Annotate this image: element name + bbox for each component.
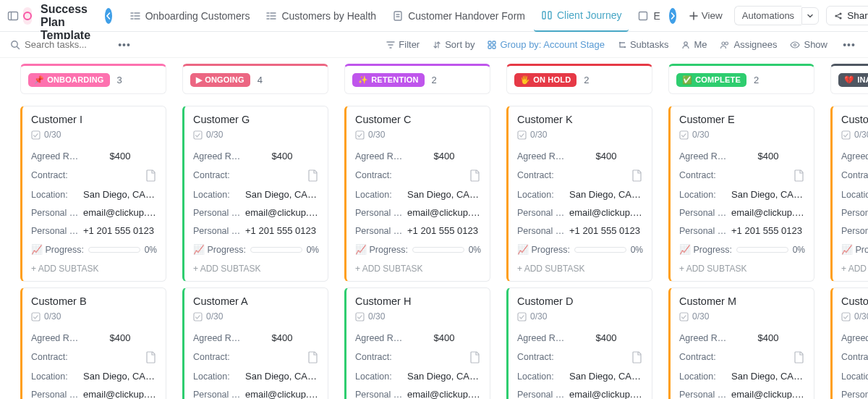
file-icon	[307, 169, 319, 182]
field-location: Location:San Diego, CA, U...	[841, 185, 868, 203]
list-color-icon[interactable]	[23, 7, 32, 25]
svg-point-15	[619, 41, 621, 43]
svg-point-19	[726, 42, 728, 45]
tab-icon	[129, 10, 141, 22]
column-header[interactable]: ✅COMPLETE2	[668, 64, 814, 94]
stage-name: COMPLETE	[695, 75, 741, 84]
tab-label: Onboarding Customers	[145, 10, 250, 22]
subtasks-button[interactable]: Subtasks	[618, 39, 668, 50]
filter-button[interactable]: Filter	[386, 39, 420, 50]
search-more-icon[interactable]: •••	[116, 36, 133, 54]
search-input[interactable]	[25, 39, 104, 50]
card-title: Custome	[841, 114, 868, 125]
customer-card[interactable]: Customer I0/30Agreed Rat...$400Contract:…	[20, 106, 166, 282]
field-location: Location:San Diego, CA, U...	[31, 185, 157, 203]
stage-pill: 📌ONBOARDING	[28, 73, 110, 87]
nav-next-button[interactable]	[669, 8, 676, 24]
assignees-button[interactable]: Assignees	[720, 39, 777, 50]
group-label: Group by: Account Stage	[500, 39, 605, 50]
card-title: Customer M	[679, 295, 805, 307]
column-header[interactable]: 📌ONBOARDING3	[20, 64, 166, 94]
tab-e[interactable]: E	[630, 0, 667, 32]
column-header[interactable]: ✨RETENTION2	[344, 64, 490, 94]
group-by-button[interactable]: Group by: Account Stage	[488, 39, 605, 50]
card-title: Customer D	[517, 295, 643, 307]
svg-point-16	[624, 46, 626, 47]
field-progress: 📈 Progress:0%	[517, 240, 643, 259]
field-personal-email: Personal E...email@clickup.com	[31, 385, 157, 399]
tab-label: Customers by Health	[281, 10, 376, 22]
add-subtask-button[interactable]: + ADD SUBTASK	[679, 259, 805, 274]
show-button[interactable]: Show	[790, 39, 827, 50]
me-button[interactable]: Me	[681, 39, 707, 50]
stage-name: RETENTION	[371, 75, 418, 84]
column-cards: Customer I0/30Agreed Rat...$400Contract:…	[20, 106, 166, 399]
stage-pill: 💔INACTI	[838, 73, 868, 87]
stage-emoji-icon: 💔	[844, 75, 854, 85]
field-personal-email: Personal E...email@clickup.com	[193, 385, 319, 399]
customer-card[interactable]: Customer K0/30Agreed Rat...$400Contract:…	[506, 106, 652, 282]
file-icon	[469, 350, 481, 364]
sort-button[interactable]: Sort by	[433, 39, 475, 50]
customer-card[interactable]: Customer M0/30Agreed Rat...$400Contract:…	[668, 287, 814, 399]
customer-card[interactable]: Customer H0/30Agreed Rat...$400Contract:…	[344, 287, 490, 399]
customer-card[interactable]: Customer C0/30Agreed Rat...$400Contract:…	[344, 106, 490, 282]
card-subtask-progress: 0/30	[193, 130, 319, 140]
card-subtask-progress: 0/30	[31, 130, 157, 140]
column-header[interactable]: ▶ONGOING4	[182, 64, 328, 94]
field-location: Location:San Diego, CA, U...	[193, 185, 319, 203]
svg-rect-28	[518, 313, 526, 321]
more-options-icon[interactable]: •••	[841, 36, 858, 54]
automations-button[interactable]: Automations	[734, 6, 801, 25]
customer-card[interactable]: Customer E0/30Agreed Rat...$400Contract:…	[668, 106, 814, 282]
tab-customers-by-health[interactable]: Customers by Health	[258, 0, 383, 32]
customer-card[interactable]: Customer A0/30Agreed Rat...$400Contract:…	[182, 287, 328, 399]
nav-prev-button[interactable]	[105, 8, 112, 24]
tab-onboarding-customers[interactable]: Onboarding Customers	[122, 0, 258, 32]
card-title: Customer C	[355, 114, 481, 125]
add-view-button[interactable]: View	[685, 7, 727, 24]
svg-rect-13	[488, 46, 491, 49]
svg-rect-0	[9, 12, 18, 20]
share-button[interactable]: Share	[826, 6, 868, 25]
svg-rect-29	[680, 131, 688, 139]
field-agreed-rate: Agreed Rat...$400	[355, 329, 481, 347]
checkbox-icon	[841, 130, 851, 140]
tab-icon	[637, 10, 649, 22]
stage-emoji-icon: ✨	[358, 75, 368, 85]
tab-customer-handover-form[interactable]: Customer Handover Form	[385, 0, 532, 32]
add-subtask-button[interactable]: + ADD SUBTASK	[355, 259, 481, 274]
card-title: Custome	[841, 295, 868, 307]
field-personal-email: Personal E...email@clickup.com	[841, 385, 868, 399]
customer-card[interactable]: Customer B0/30Agreed Rat...$400Contract:…	[20, 287, 166, 399]
column-cards: Customer E0/30Agreed Rat...$400Contract:…	[668, 106, 814, 399]
customer-card[interactable]: Customer D0/30Agreed Rat...$400Contract:…	[506, 287, 652, 399]
collapse-sidebar-icon[interactable]	[7, 7, 19, 25]
customer-card[interactable]: Custome0/30Agreed Rat...$400Contract:Loc…	[830, 106, 868, 282]
add-subtask-button[interactable]: + ADD SUBTASK	[517, 259, 643, 274]
field-contract: Contract:	[517, 347, 643, 367]
column-header[interactable]: 🖐ON HOLD2	[506, 64, 652, 94]
field-personal-email: Personal E...email@clickup.com	[679, 385, 805, 399]
field-agreed-rate: Agreed Rat...$400	[841, 329, 868, 347]
assignees-label: Assignees	[733, 39, 777, 50]
automations-dropdown-icon[interactable]	[801, 7, 819, 25]
field-personal-email: Personal E...email@clickup.com	[31, 203, 157, 222]
add-subtask-button[interactable]: + ADD SUBTASK	[193, 259, 319, 274]
field-contract: Contract:	[679, 347, 805, 367]
customer-card[interactable]: Customer G0/30Agreed Rat...$400Contract:…	[182, 106, 328, 282]
add-subtask-button[interactable]: + ADD SUBTASK	[31, 259, 157, 274]
top-right-controls: View Automations Share	[685, 6, 868, 25]
add-subtask-button[interactable]: + ADD SUBTASK	[841, 259, 868, 274]
search-icon[interactable]	[10, 40, 20, 50]
field-progress: 📈 Progress:0%	[679, 240, 805, 259]
checkbox-icon	[517, 312, 527, 322]
checkbox-icon	[31, 130, 41, 140]
tab-client-journey[interactable]: Client Journey	[534, 0, 629, 32]
column-header[interactable]: 💔INACTI	[830, 64, 868, 94]
column-on hold: 🖐ON HOLD2Customer K0/30Agreed Rat...$400…	[506, 64, 652, 399]
svg-line-10	[17, 46, 19, 49]
customer-card[interactable]: Custome0/30Agreed Rat...$400Contract:Loc…	[830, 287, 868, 399]
svg-rect-30	[680, 313, 688, 321]
view-tabs: Onboarding CustomersCustomers by HealthC…	[122, 0, 668, 32]
